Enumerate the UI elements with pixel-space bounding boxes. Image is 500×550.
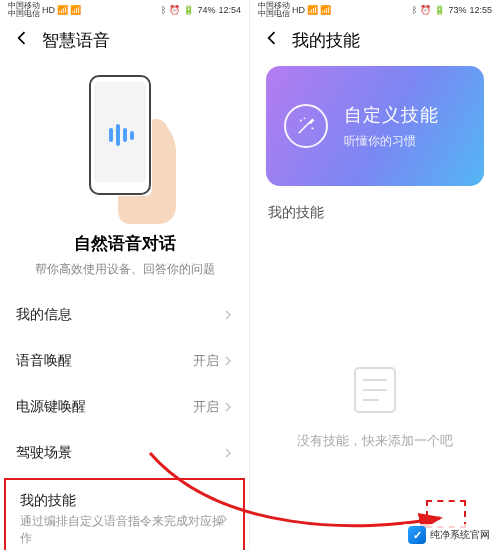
page-header: 智慧语音 [0, 20, 249, 62]
signal-icon: 📶 [70, 5, 81, 15]
svg-rect-4 [123, 128, 127, 142]
chevron-right-icon [223, 400, 233, 415]
signal-icon: 📶 [307, 5, 318, 15]
clock-text: 12:54 [218, 5, 241, 15]
hd-icon: HD [42, 5, 55, 15]
svg-rect-3 [116, 124, 120, 146]
menu-label: 电源键唤醒 [16, 398, 86, 416]
watermark-text: 纯净系统官网 [430, 528, 490, 542]
hero-section: 自然语音对话 帮你高效使用设备、回答你的问题 [0, 62, 249, 292]
section-label: 我的技能 [250, 196, 500, 230]
right-screen: 中国移动 中国电信 HD 📶 📶 ᛒ ⏰ 🔋 73% 12:55 我的技能 [250, 0, 500, 550]
chevron-right-icon [219, 511, 229, 527]
custom-skill-card[interactable]: 自定义技能 听懂你的习惯 [266, 66, 484, 186]
watermark: ✓ 纯净系统官网 [404, 524, 494, 546]
signal-icon: 📶 [320, 5, 331, 15]
hero-illustration [60, 68, 190, 228]
menu-label: 驾驶场景 [16, 444, 72, 462]
alarm-icon: ⏰ [169, 5, 180, 15]
bluetooth-icon: ᛒ [161, 5, 166, 15]
status-bar: 中国移动 中国电信 HD 📶 📶 ᛒ ⏰ 🔋 73% 12:55 [250, 0, 500, 20]
chevron-right-icon [223, 354, 233, 369]
left-screen: 中国移动 中国电信 HD 📶 📶 ᛒ ⏰ 🔋 74% 12:54 智慧语音 [0, 0, 250, 550]
hero-title: 自然语音对话 [16, 232, 233, 255]
hd-icon: HD [292, 5, 305, 15]
menu-item-my-info[interactable]: 我的信息 [0, 292, 249, 338]
empty-state: 没有技能，快来添加一个吧 [250, 230, 500, 550]
carrier-label: 中国移动 中国电信 [258, 2, 290, 18]
battery-text: 74% [197, 5, 215, 15]
clock-text: 12:55 [469, 5, 492, 15]
page-title: 智慧语音 [42, 29, 110, 52]
menu-description: 通过编排自定义语音指令来完成对应操作 [20, 513, 229, 547]
hero-subtitle: 帮你高效使用设备、回答你的问题 [16, 261, 233, 278]
back-icon[interactable] [262, 28, 282, 52]
watermark-logo-icon: ✓ [408, 526, 426, 544]
signal-icon: 📶 [57, 5, 68, 15]
menu-item-voice-wake[interactable]: 语音唤醒 开启 [0, 338, 249, 384]
empty-list-icon [345, 360, 405, 420]
page-header: 我的技能 [250, 20, 500, 62]
chevron-right-icon [223, 446, 233, 461]
menu-item-my-skills[interactable]: 我的技能 通过编排自定义语音指令来完成对应操作 [4, 478, 245, 550]
svg-rect-5 [130, 131, 134, 140]
page-title: 我的技能 [292, 29, 360, 52]
magic-wand-icon [284, 104, 328, 148]
status-bar: 中国移动 中国电信 HD 📶 📶 ᛒ ⏰ 🔋 74% 12:54 [0, 0, 249, 20]
card-title: 自定义技能 [344, 103, 439, 127]
menu-label: 我的信息 [16, 306, 72, 324]
carrier-label: 中国移动 中国电信 [8, 2, 40, 18]
battery-text: 73% [448, 5, 466, 15]
card-subtitle: 听懂你的习惯 [344, 133, 439, 150]
battery-icon: 🔋 [183, 5, 194, 15]
battery-icon: 🔋 [434, 5, 445, 15]
menu-item-power-wake[interactable]: 电源键唤醒 开启 [0, 384, 249, 430]
chevron-right-icon [223, 308, 233, 323]
menu-label: 语音唤醒 [16, 352, 72, 370]
menu-item-driving[interactable]: 驾驶场景 [0, 430, 249, 476]
menu-label: 我的技能 [20, 492, 229, 510]
back-icon[interactable] [12, 28, 32, 52]
bluetooth-icon: ᛒ [412, 5, 417, 15]
alarm-icon: ⏰ [420, 5, 431, 15]
svg-rect-2 [109, 128, 113, 142]
empty-text: 没有技能，快来添加一个吧 [297, 432, 453, 450]
